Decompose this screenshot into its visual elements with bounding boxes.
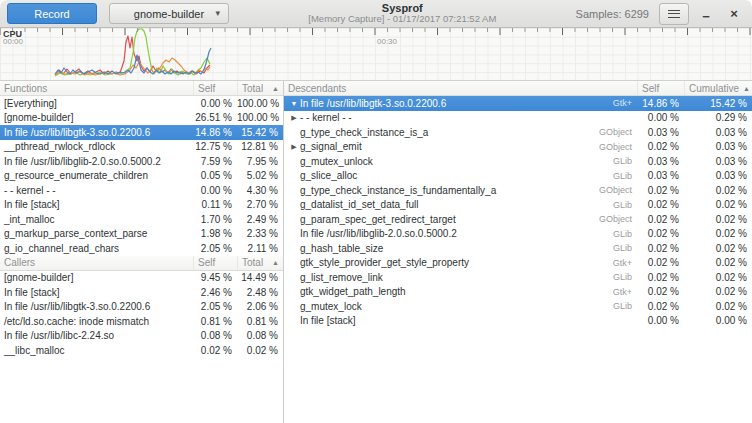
caller-row[interactable]: [gnome-builder]9.45 %14.49 % <box>0 271 283 286</box>
descendant-row[interactable]: g_param_spec_get_redirect_targetGObject0… <box>284 212 752 227</box>
right-pane: Descendants Self Cumulative ▲ ▼In file /… <box>284 81 752 423</box>
descendant-row[interactable]: In file [stack]0.00 %0.00 % <box>284 314 752 329</box>
descendants-tree: ▼In file /usr/lib/libgtk-3.so.0.2200.6Gt… <box>284 96 752 328</box>
record-button[interactable]: Record <box>7 3 97 24</box>
functions-self-column-header[interactable]: Self <box>193 81 237 95</box>
library-category-badge: GLib <box>613 171 637 181</box>
descendant-self-value: 0.02 % <box>637 286 684 297</box>
descendant-row[interactable]: g_hash_table_sizeGLib0.02 %0.02 % <box>284 241 752 256</box>
descendant-cumulative-value: 0.02 % <box>684 214 752 225</box>
expander-down-icon[interactable]: ▼ <box>288 100 300 107</box>
descendant-row[interactable]: gtk_widget_path_lengthGtk+0.02 %0.02 % <box>284 285 752 300</box>
function-row[interactable]: In file /usr/lib/libgtk-3.so.0.2200.614.… <box>0 125 283 140</box>
descendant-row[interactable]: g_mutex_unlockGLib0.03 %0.03 % <box>284 154 752 169</box>
function-row-label: In file /usr/lib/libglib-2.0.so.0.5000.2 <box>0 156 193 167</box>
descendant-row[interactable]: ▼In file /usr/lib/libgtk-3.so.0.2200.6Gt… <box>284 96 752 111</box>
function-row-label: [Everything] <box>0 98 193 109</box>
expander-right-icon[interactable]: ▶ <box>288 114 300 122</box>
descendant-cumulative-value: 0.02 % <box>684 243 752 254</box>
descendant-row[interactable]: g_type_check_instance_is_fundamentally_a… <box>284 183 752 198</box>
descendant-label: g_mutex_unlock <box>300 156 373 167</box>
expander-right-icon[interactable]: ▶ <box>288 143 300 151</box>
descendant-row[interactable]: gtk_style_provider_get_style_propertyGtk… <box>284 256 752 271</box>
callers-list: [gnome-builder]9.45 %14.49 %In file [sta… <box>0 271 283 358</box>
functions-total-column-header[interactable]: Total ▲ <box>237 81 283 95</box>
function-row[interactable]: g_markup_parse_context_parse1.98 %2.33 % <box>0 227 283 242</box>
function-row[interactable]: In file /usr/lib/libglib-2.0.so.0.5000.2… <box>0 154 283 169</box>
functions-column-header[interactable]: Functions <box>0 81 193 95</box>
descendant-self-value: 0.02 % <box>637 243 684 254</box>
descendant-self-value: 0.02 % <box>637 228 684 239</box>
callers-column-header[interactable]: Callers <box>0 256 193 270</box>
target-process-dropdown[interactable]: gnome-builder ▾ <box>109 3 229 24</box>
library-category-badge: GObject <box>599 127 637 137</box>
descendant-name-cell: g_type_check_instance_is_aGObject <box>284 127 637 138</box>
function-row-label: _int_malloc <box>0 214 193 225</box>
descendant-row[interactable]: g_slice_allocGLib0.03 %0.03 % <box>284 169 752 184</box>
descendant-self-value: 0.02 % <box>637 199 684 210</box>
caller-row-label: In file /usr/lib/libgtk-3.so.0.2200.6 <box>0 301 193 312</box>
descendant-label: g_datalist_id_set_data_full <box>300 199 418 210</box>
function-row[interactable]: In file [stack]0.11 %2.70 % <box>0 198 283 213</box>
function-row[interactable]: [Everything]0.00 %100.00 % <box>0 96 283 111</box>
descendants-column-header[interactable]: Descendants <box>284 81 637 95</box>
functions-list: [Everything]0.00 %100.00 %[gnome-builder… <box>0 96 283 256</box>
function-row[interactable]: - - kernel - -0.00 %4.30 % <box>0 183 283 198</box>
descendant-self-value: 0.00 % <box>637 315 684 326</box>
descendant-cumulative-value: 0.03 % <box>684 170 752 181</box>
caller-row[interactable]: /etc/ld.so.cache: inode mismatch0.81 %0.… <box>0 314 283 329</box>
descendants-cumulative-column-header[interactable]: Cumulative ▲ <box>684 81 752 95</box>
caller-row-total-value: 2.48 % <box>237 287 283 298</box>
caller-row-total-value: 0.08 % <box>237 330 283 341</box>
function-row-label: g_resource_enumerate_children <box>0 170 193 181</box>
library-category-badge: GLib <box>613 272 637 282</box>
hamburger-menu-button[interactable] <box>659 3 689 25</box>
caller-row-label: /etc/ld.so.cache: inode mismatch <box>0 316 193 327</box>
function-row-self-value: 1.70 % <box>193 214 237 225</box>
descendant-cumulative-value: 0.02 % <box>684 286 752 297</box>
caller-row[interactable]: In file [stack]2.46 %2.48 % <box>0 285 283 300</box>
caller-row-label: __libc_malloc <box>0 345 193 356</box>
descendant-label: g_param_spec_get_redirect_target <box>300 214 456 225</box>
caller-row-total-value: 2.06 % <box>237 301 283 312</box>
function-row-label: __pthread_rwlock_rdlock <box>0 141 193 152</box>
descendant-row[interactable]: ▶g_signal_emitGObject0.02 %0.03 % <box>284 140 752 155</box>
descendant-row[interactable]: In file /usr/lib/libglib-2.0.so.0.5000.2… <box>284 227 752 242</box>
descendant-label: gtk_widget_path_length <box>300 286 406 297</box>
function-row-total-value: 100.00 % <box>237 98 283 109</box>
descendant-cumulative-value: 0.03 % <box>684 127 752 138</box>
descendant-label: In file /usr/lib/libglib-2.0.so.0.5000.2 <box>300 228 457 239</box>
descendant-row[interactable]: g_list_remove_linkGLib0.02 %0.02 % <box>284 270 752 285</box>
callers-self-column-header[interactable]: Self <box>193 256 237 270</box>
function-row[interactable]: [gnome-builder]26.51 %100.00 % <box>0 111 283 126</box>
cpu-graph[interactable]: CPU 00:00 00:30 <box>0 28 752 81</box>
caller-row-self-value: 2.46 % <box>193 287 237 298</box>
right-pane-filler <box>284 328 752 423</box>
caller-row-total-value: 0.81 % <box>237 316 283 327</box>
callers-total-column-header[interactable]: Total ▲ <box>237 256 283 270</box>
function-row[interactable]: g_io_channel_read_chars2.05 %2.11 % <box>0 241 283 256</box>
descendants-self-column-header[interactable]: Self <box>637 81 684 95</box>
descendant-row[interactable]: g_mutex_lockGLib0.02 %0.02 % <box>284 299 752 314</box>
functions-header: Functions Self Total ▲ <box>0 81 283 96</box>
function-row[interactable]: g_resource_enumerate_children0.05 %5.02 … <box>0 169 283 184</box>
function-row[interactable]: _int_malloc1.70 %2.49 % <box>0 212 283 227</box>
minimize-button[interactable]: − <box>695 3 717 25</box>
close-button[interactable]: × <box>723 3 745 25</box>
function-row[interactable]: __pthread_rwlock_rdlock12.75 %12.81 % <box>0 140 283 155</box>
descendant-row[interactable]: g_type_check_instance_is_aGObject0.03 %0… <box>284 125 752 140</box>
callers-header: Callers Self Total ▲ <box>0 256 283 271</box>
function-row-total-value: 4.30 % <box>237 185 283 196</box>
descendant-row[interactable]: g_datalist_id_set_data_fullGLib0.02 %0.0… <box>284 198 752 213</box>
time-tick-label-start: 00:00 <box>3 37 23 46</box>
descendant-self-value: 0.03 % <box>637 170 684 181</box>
descendant-row[interactable]: ▶- - kernel - -0.00 %0.29 % <box>284 111 752 126</box>
caller-row[interactable]: __libc_malloc0.02 %0.02 % <box>0 343 283 358</box>
caller-row[interactable]: In file /usr/lib/libc-2.24.so0.08 %0.08 … <box>0 329 283 344</box>
descendant-label: - - kernel - - <box>300 112 352 123</box>
function-row-self-value: 2.05 % <box>193 243 237 254</box>
descendant-cumulative-value: 0.02 % <box>684 228 752 239</box>
caller-row-self-value: 2.05 % <box>193 301 237 312</box>
caller-row[interactable]: In file /usr/lib/libgtk-3.so.0.2200.62.0… <box>0 300 283 315</box>
descendant-name-cell: g_slice_allocGLib <box>284 170 637 181</box>
